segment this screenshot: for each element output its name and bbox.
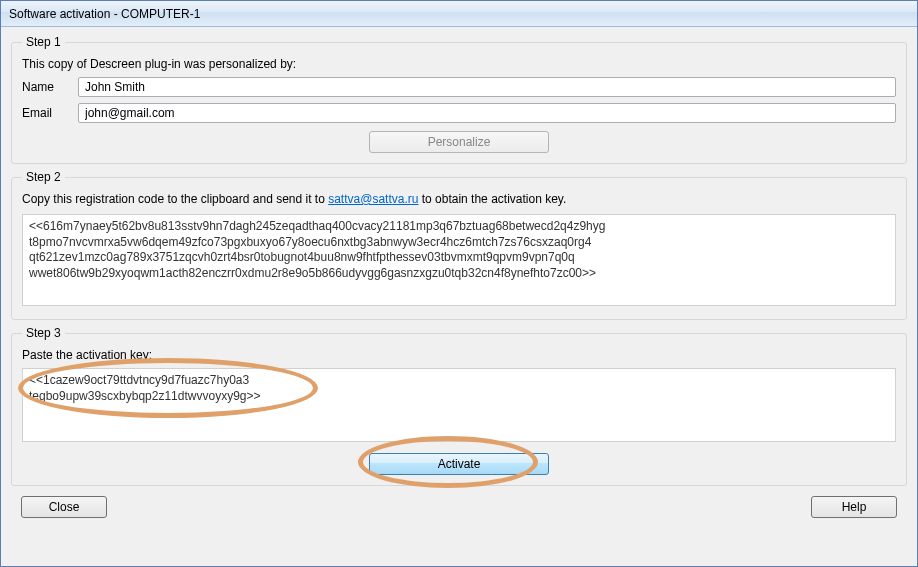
step3-group: Step 3 Paste the activation key: Activat… (11, 326, 907, 486)
bottom-bar: Close Help (11, 492, 907, 526)
email-label: Email (22, 106, 68, 120)
help-button[interactable]: Help (811, 496, 897, 518)
name-input[interactable] (78, 77, 896, 97)
step3-instruction: Paste the activation key: (22, 348, 896, 362)
personalize-button: Personalize (369, 131, 549, 153)
close-button[interactable]: Close (21, 496, 107, 518)
step2-instruction: Copy this registration code to the clipb… (22, 192, 896, 206)
support-email-link[interactable]: sattva@sattva.ru (328, 192, 418, 206)
name-label: Name (22, 80, 68, 94)
registration-code-box[interactable] (22, 214, 896, 306)
step1-intro: This copy of Descreen plug-in was person… (22, 57, 896, 71)
activation-key-input[interactable] (22, 368, 896, 442)
email-input[interactable] (78, 103, 896, 123)
step2-group: Step 2 Copy this registration code to th… (11, 170, 907, 320)
activation-window: Software activation - COMPUTER-1 Step 1 … (0, 0, 918, 567)
step2-legend: Step 2 (22, 170, 65, 184)
step1-group: Step 1 This copy of Descreen plug-in was… (11, 35, 907, 164)
titlebar[interactable]: Software activation - COMPUTER-1 (1, 1, 917, 27)
step1-legend: Step 1 (22, 35, 65, 49)
activate-button[interactable]: Activate (369, 453, 549, 475)
step2-instr-before: Copy this registration code to the clipb… (22, 192, 328, 206)
window-title: Software activation - COMPUTER-1 (9, 7, 200, 21)
step2-instr-after: to obtain the activation key. (418, 192, 566, 206)
step3-legend: Step 3 (22, 326, 65, 340)
client-area: Step 1 This copy of Descreen plug-in was… (1, 27, 917, 566)
